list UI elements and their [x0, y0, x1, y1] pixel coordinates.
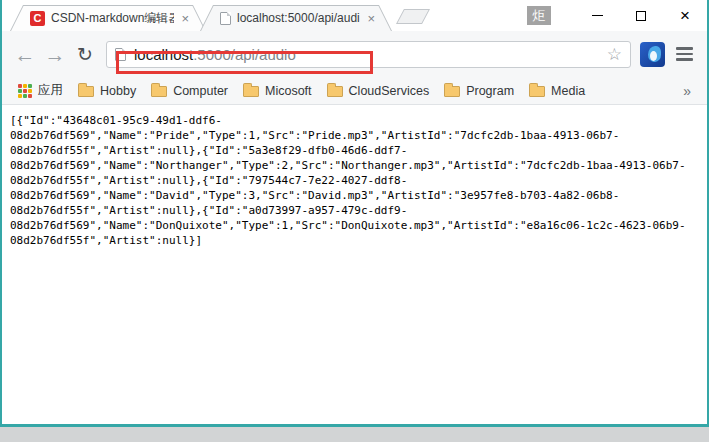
json-response-line: 08d2b76df55f","Artist":null},{"Id":"a0d7…: [10, 203, 707, 218]
titlebar: C CSDN-markdown编辑器 × localhost:5000/api/…: [2, 0, 707, 31]
folder-label: Hobby: [100, 84, 136, 98]
tab-localhost-api-audio[interactable]: localhost:5000/api/audi ×: [200, 5, 392, 31]
json-response-line: 08d2b76df569","Name":"DonQuixote","Type"…: [10, 218, 707, 233]
forward-button[interactable]: →: [40, 39, 70, 69]
back-button[interactable]: ←: [10, 39, 40, 69]
tab-label: localhost:5000/api/audi: [237, 11, 360, 25]
close-button[interactable]: ×: [663, 2, 707, 30]
toolbar: ← → ↻ localhost:5000/api/audio ☆: [2, 31, 707, 77]
blank-page-favicon-icon: [220, 12, 231, 25]
tab-csdn-markdown[interactable]: C CSDN-markdown编辑器 ×: [10, 5, 206, 31]
csdn-favicon-icon: C: [30, 11, 45, 26]
json-response-line: 08d2b76df569","Name":"Pride","Type":1,"S…: [10, 128, 707, 143]
apps-shortcut[interactable]: 应用: [14, 80, 67, 101]
bookmark-folder-cloudservices[interactable]: CloudServices: [323, 82, 434, 100]
folder-icon: [243, 86, 259, 97]
back-icon: ←: [15, 44, 36, 65]
reload-button[interactable]: ↻: [70, 39, 100, 69]
json-response-line: 08d2b76df569","Name":"Northanger","Type"…: [10, 158, 707, 173]
page-content: [{"Id":"43648c01-95c9-49d1-ddf6- 08d2b76…: [2, 105, 707, 424]
page-icon: [115, 48, 126, 61]
new-tab-button[interactable]: [396, 9, 430, 24]
minimize-icon: [592, 15, 603, 16]
json-response-line: [{"Id":"43648c01-95c9-49d1-ddf6-: [10, 113, 707, 128]
menu-icon: [676, 58, 693, 61]
forward-icon: →: [45, 44, 66, 65]
address-bar-input[interactable]: localhost:5000/api/audio ☆: [106, 41, 631, 68]
folder-icon: [78, 86, 94, 97]
extension-icon[interactable]: [640, 42, 665, 67]
maximize-icon: [636, 11, 646, 21]
json-response-line: 08d2b76df569","Name":"David","Type":3,"S…: [10, 188, 707, 203]
bookmark-star-icon[interactable]: ☆: [607, 46, 622, 63]
bookmark-folder-micosoft[interactable]: Micosoft: [239, 82, 316, 100]
bookmarks-overflow-button[interactable]: »: [683, 83, 695, 99]
json-response-line: 08d2b76df55f","Artist":null}]: [10, 233, 707, 248]
close-icon: ×: [680, 7, 690, 24]
folder-icon: [529, 86, 545, 97]
maximize-button[interactable]: [619, 2, 663, 30]
tab-close-icon[interactable]: ×: [180, 12, 190, 25]
desktop-background: C CSDN-markdown编辑器 × localhost:5000/api/…: [0, 0, 709, 442]
tab-close-icon[interactable]: ×: [366, 12, 376, 25]
folder-icon: [444, 86, 460, 97]
json-response-line: 08d2b76df55f","Artist":null},{"Id":"7975…: [10, 173, 707, 188]
reload-icon: ↻: [77, 45, 93, 64]
url-text: localhost:5000/api/audio: [134, 46, 296, 63]
folder-label: CloudServices: [349, 84, 430, 98]
folder-label: Media: [551, 84, 585, 98]
bookmarks-bar: 应用 Hobby Computer Micosoft CloudServices…: [2, 77, 707, 105]
window-controls: 炬 ×: [527, 0, 707, 31]
url-host: localhost: [134, 46, 193, 63]
menu-icon: [676, 53, 693, 56]
folder-icon: [151, 86, 167, 97]
chrome-menu-button[interactable]: [669, 39, 699, 69]
minimize-button[interactable]: [575, 2, 619, 30]
folder-label: Computer: [173, 84, 228, 98]
folder-icon: [327, 86, 343, 97]
folder-label: Program: [466, 84, 514, 98]
bookmark-folder-program[interactable]: Program: [440, 82, 518, 100]
apps-grid-icon: [18, 84, 32, 98]
bookmark-folder-media[interactable]: Media: [525, 82, 589, 100]
folder-label: Micosoft: [265, 84, 312, 98]
bookmark-folder-computer[interactable]: Computer: [147, 82, 232, 100]
tab-label: CSDN-markdown编辑器: [51, 10, 174, 27]
menu-icon: [676, 47, 693, 50]
bookmark-folder-hobby[interactable]: Hobby: [74, 82, 140, 100]
ime-indicator-badge: 炬: [527, 6, 551, 25]
url-path: :5000/api/audio: [193, 46, 296, 63]
browser-window: C CSDN-markdown编辑器 × localhost:5000/api/…: [0, 0, 709, 427]
json-response-line: 08d2b76df55f","Artist":null},{"Id":"5a3e…: [10, 143, 707, 158]
apps-label: 应用: [38, 82, 63, 99]
